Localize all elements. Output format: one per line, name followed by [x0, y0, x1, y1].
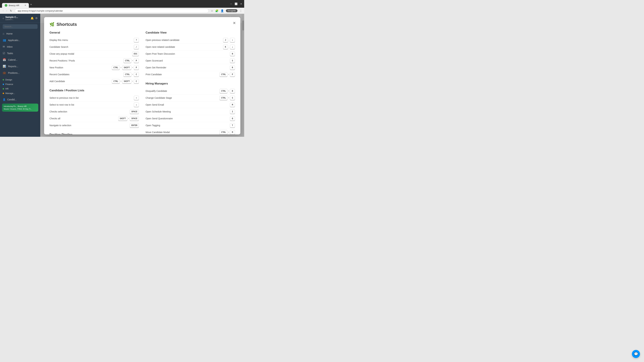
key-ctrl: CTRL [220, 72, 228, 77]
shortcut-keys: K , ↓ [223, 45, 235, 49]
sidebar: ‹ Sample C... Lauren f... 🔔 ⚙ ⌂ Home 👥 A… [0, 14, 40, 137]
shortcut-row: Open Scorecard S [146, 57, 235, 64]
plus-sign: + [228, 73, 229, 76]
position-name: Design [5, 78, 12, 81]
shortcut-label: Move Candidate Modal [146, 131, 220, 134]
sidebar-item-label: Reports... [8, 65, 18, 68]
sidebar-item-reports[interactable]: 📊 Reports... [0, 63, 40, 69]
promo-banner[interactable]: Introducing Po... Breezy HR Master Clean… [2, 104, 38, 112]
menu-icon[interactable]: ⋮ [240, 9, 242, 12]
shortcut-row: Add Candidate CTRL + SHIFT + C [50, 78, 139, 85]
promo-sub: Master Cleaner, FREE 30 Day Tr... [4, 108, 36, 110]
shortcut-keys: J , ↑ [223, 38, 235, 42]
key-r: R [230, 65, 235, 70]
key-j: J [223, 38, 228, 42]
candidates-icon: 👤 [3, 98, 6, 101]
sidebar-item-candidates[interactable]: 👤 Candid... [0, 97, 40, 102]
shortcut-keys: CTRL + D [220, 89, 235, 93]
sidebar-item-calendar[interactable]: 📅 Calend... [0, 56, 40, 63]
shortcut-label: Add Candidate [50, 80, 112, 83]
candidates-label: Candid... [7, 98, 16, 101]
shortcut-keys: CTRL + SHIFT + P [112, 65, 139, 70]
extensions-icon[interactable]: 🧩 [215, 9, 218, 12]
sidebar-item-positions[interactable]: 💼 Positions... [0, 69, 40, 76]
back-button[interactable]: ‹ [2, 8, 4, 13]
key-enter: ENTER [130, 123, 139, 128]
calendar-icon: 📅 [3, 58, 6, 61]
shortcut-label: Checks selection [50, 110, 130, 113]
sidebar-item-label: Home [6, 32, 12, 35]
modal-close-button[interactable]: ✕ [232, 20, 237, 26]
sidebar-item-inbox[interactable]: ✉ Inbox [0, 43, 40, 50]
plus-sign: + [132, 73, 133, 76]
company-name: Sample C... [5, 16, 18, 18]
shortcut-keys: M [230, 103, 235, 107]
position-item-hr[interactable]: HR [0, 86, 40, 91]
reload-button[interactable]: ↻ [9, 8, 13, 13]
candidate-view-title: Candidate View [146, 31, 235, 34]
pipeline-section-title: Position Pipeline [50, 133, 139, 134]
shortcut-keys: ENTER [130, 123, 139, 128]
position-dot [3, 93, 4, 94]
shortcut-keys: / [134, 45, 139, 49]
sidebar-item-applications[interactable]: 👥 Applicatio... [0, 37, 40, 43]
key-shift: SHIFT [118, 116, 127, 121]
shortcuts-grid: General Display this menu ? Candidate Se… [50, 31, 235, 134]
position-item-design[interactable]: Design [0, 77, 40, 82]
shortcut-keys: N [230, 52, 235, 56]
forward-button[interactable]: › [6, 8, 8, 13]
tab-close-button[interactable]: ✕ [24, 4, 26, 6]
shortcut-keys: CTRL + SHIFT + C [112, 79, 139, 83]
nav-buttons: ‹ › ↻ [2, 8, 13, 13]
plus-sign: + [128, 117, 129, 120]
active-tab[interactable]: Breezy HR ✕ [2, 3, 29, 8]
settings-icon[interactable]: ⚙ [35, 16, 38, 20]
shortcut-row: New Position CTRL + SHIFT + P [50, 64, 139, 71]
shortcut-label: Close any popup modal [50, 52, 132, 55]
shortcuts-modal-icon: 🌿 [50, 22, 54, 27]
notification-icon[interactable]: 🔔 [30, 16, 34, 20]
shortcut-row: Navigate to selection ENTER [50, 122, 139, 129]
url-text: app.breezy.hr/app/c/sample-company/calen… [18, 9, 63, 12]
shortcut-label: Print Candidate [146, 73, 220, 76]
bookmark-icon[interactable]: ☆ [211, 9, 213, 12]
sidebar-header: ‹ Sample C... Lauren f... 🔔 ⚙ [0, 14, 40, 23]
shortcut-row: Open previous related candidate J , ↑ [146, 37, 235, 43]
incognito-badge: Incognito [226, 9, 238, 12]
shortcut-row: Open Send Email M [146, 101, 235, 108]
shortcut-row: Checks selection SPACE [50, 108, 139, 115]
close-button[interactable]: ✕ [240, 2, 242, 5]
shortcut-keys: Q [230, 116, 235, 121]
shortcut-label: Open Send Questionnaire [146, 117, 230, 120]
plus-sign: + [228, 131, 229, 133]
maximize-button[interactable]: ⬜ [234, 2, 238, 5]
new-tab-button[interactable]: + [29, 1, 33, 8]
search-input[interactable] [3, 24, 38, 29]
position-name: Manage... [5, 92, 15, 94]
shortcut-keys: T [230, 123, 235, 128]
minimize-button[interactable]: ─ [230, 2, 232, 5]
shortcut-row: Close any popup modal ESC [50, 50, 139, 57]
shortcut-keys: ↓ [134, 103, 139, 107]
key-q: Q [230, 116, 235, 121]
key-i: I [230, 109, 235, 114]
profile-icon[interactable]: 👤 [220, 9, 224, 12]
modal-overlay: 🌿 Shortcuts ✕ General Display this menu [40, 14, 244, 137]
shortcut-label: Open next related candidate [146, 45, 223, 48]
hiring-section: Hiring Managers Disqualify Candidate CTR… [146, 82, 235, 134]
home-icon: ⌂ [3, 32, 4, 35]
main-content: Calendar Week Day Saturday 6 [40, 14, 244, 137]
shortcut-row: Disqualify Candidate CTRL + D [146, 88, 235, 94]
shortcuts-right-column: Candidate View Open previous related can… [146, 31, 235, 134]
position-item-finance[interactable]: Finance [0, 82, 40, 86]
sidebar-item-home[interactable]: ⌂ Home [0, 30, 40, 37]
url-bar[interactable]: app.breezy.hr/app/c/sample-company/calen… [15, 9, 209, 13]
plus-sign: + [132, 59, 133, 62]
sidebar-item-tasks[interactable]: ☑ Tasks [0, 50, 40, 56]
back-to-companies-button[interactable]: ‹ [3, 16, 4, 20]
shortcut-keys: CTRL + P [220, 72, 235, 77]
shortcut-label: Select to previous row in list [50, 96, 134, 99]
position-item-management[interactable]: Manage... [0, 91, 40, 95]
shortcut-row: Select to previous row in list ↑ [50, 94, 139, 101]
address-bar: ‹ › ↻ app.breezy.hr/app/c/sample-company… [0, 8, 244, 14]
